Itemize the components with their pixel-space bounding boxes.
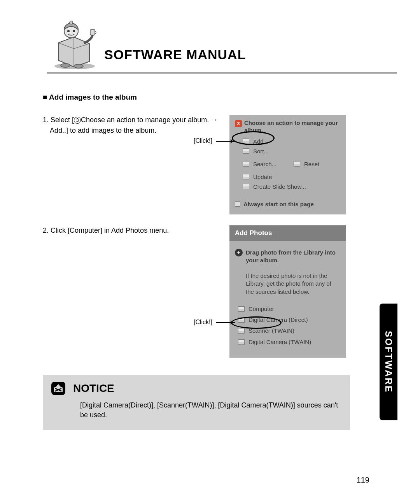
svg-point-7 — [74, 64, 83, 68]
page-title: SOFTWARE MANUAL — [104, 47, 246, 62]
notice-text: [Digital Camera(Direct)], [Scanner(TWAIN… — [80, 400, 342, 420]
menu-label-reset: Reset — [304, 161, 319, 167]
source-digital-camera-twain[interactable]: Digital Camera (TWAIN) — [238, 338, 339, 346]
menu-item-search[interactable]: Search... — [243, 161, 276, 167]
picture-icon — [243, 174, 249, 179]
notice-title: NOTICE — [73, 382, 114, 395]
picture-icon — [243, 161, 249, 167]
arrow-2 — [216, 322, 235, 323]
step-1: 1. Select [3Choose an action to manage y… — [43, 115, 397, 214]
step-1-text: 1. Select [3Choose an action to manage y… — [43, 115, 229, 136]
menu-item-update[interactable]: Update — [243, 174, 341, 180]
click-label-1: [Click!] — [194, 137, 212, 144]
step-2: 2. Click [Computer] in Add Photos menu. … — [43, 225, 397, 358]
checkbox-icon — [235, 201, 240, 207]
add-photos-title: Add Photos — [229, 225, 346, 241]
step-number-badge: 3 — [235, 120, 242, 127]
circled-3-icon: 3 — [74, 117, 81, 124]
notice-box: NOTICE [Digital Camera(Direct)], [Scanne… — [43, 375, 350, 430]
menu-item-sort[interactable]: Sort... — [243, 148, 341, 155]
svg-point-4 — [73, 30, 75, 32]
menu-label-slideshow: Create Slide Show... — [253, 183, 306, 190]
plus-icon: + — [235, 249, 243, 256]
step-1-second-line: Add..] to add images to the album. — [50, 126, 156, 134]
add-highlight-oval — [232, 131, 275, 145]
always-start-checkbox[interactable]: Always start on this page — [235, 201, 341, 207]
picture-icon — [238, 306, 245, 312]
menu-label-update: Update — [253, 174, 272, 180]
step-2-text: 2. Click [Computer] in Add Photos menu. — [43, 225, 229, 236]
page-header: SOFTWARE MANUAL — [43, 16, 397, 74]
source-description: If the desired photo is not in the Libra… — [246, 272, 339, 296]
step-1-prefix: 1. Select [ — [43, 116, 74, 124]
svg-rect-5 — [90, 30, 95, 35]
menu-label-search: Search... — [253, 161, 276, 167]
section-subheading: Add images to the album — [43, 93, 397, 102]
software-side-tab: SOFTWARE — [380, 304, 397, 420]
svg-point-2 — [70, 21, 73, 24]
notice-icon — [51, 381, 66, 396]
source-label-twain: Digital Camera (TWAIN) — [248, 338, 311, 346]
click-label-2: [Click!] — [194, 319, 212, 326]
picture-icon — [294, 161, 300, 167]
picture-icon — [243, 148, 249, 154]
source-label-computer: Computer — [248, 305, 274, 313]
page-number: 119 — [357, 476, 369, 485]
menu-item-slideshow[interactable]: Create Slide Show... — [243, 183, 341, 190]
menu-item-reset[interactable]: Reset — [294, 161, 319, 167]
mascot-illustration — [47, 16, 97, 70]
add-photos-panel: Add Photos + Drag photo from the Library… — [229, 225, 346, 358]
svg-point-3 — [67, 30, 70, 32]
picture-icon — [238, 328, 245, 334]
svg-point-6 — [61, 63, 70, 67]
step-1-middle: Choose an action to manage your album. → — [81, 116, 218, 124]
always-start-label: Always start on this page — [243, 201, 314, 207]
source-computer[interactable]: Computer — [238, 305, 339, 313]
computer-highlight-oval — [231, 316, 282, 329]
arrow-1 — [216, 141, 235, 142]
menu-label-sort: Sort... — [253, 148, 269, 155]
manage-album-panel: 3 Choose an action to manage your album.… — [229, 115, 346, 214]
picture-icon — [243, 184, 249, 189]
picture-icon — [238, 339, 245, 345]
drag-instruction: Drag photo from the Library into your al… — [246, 249, 339, 265]
